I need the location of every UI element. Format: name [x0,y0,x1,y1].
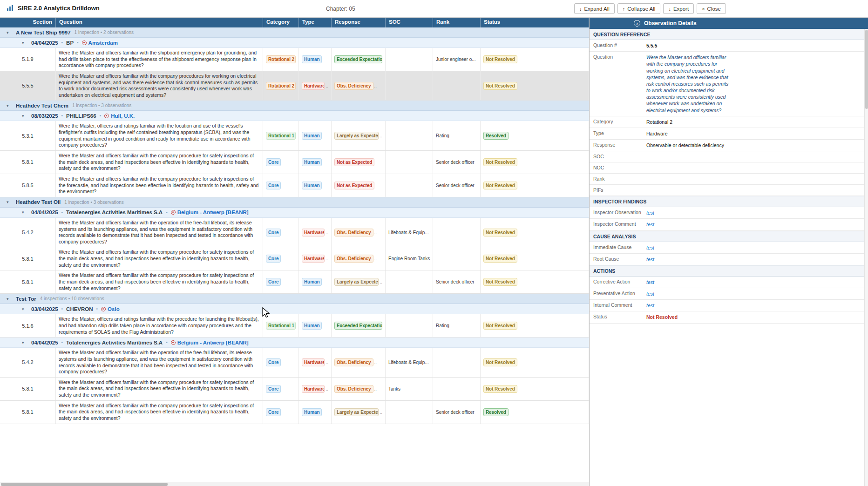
observation-row[interactable]: 5.8.1Were the Master and officers famili… [0,378,589,401]
expand-all-button[interactable]: ↓Expand All [574,3,615,14]
column-header-type[interactable]: Type [299,18,332,27]
panel-scrollbar[interactable] [864,29,868,486]
truncation-dots: .. [326,386,328,392]
collapse-caret-icon[interactable]: ▾ [22,40,27,45]
collapse-caret-icon[interactable]: ▾ [7,200,12,204]
collapse-caret-icon[interactable]: ▾ [22,114,27,118]
category-badge: Core [266,408,281,416]
question-cell: Were the Master and officers familiar wi… [56,270,263,293]
field-value-type: Hardware [646,128,730,139]
port-link[interactable]: Oslo [108,306,120,312]
field-value-preventative-action[interactable]: test [646,288,730,299]
inspection-date: 03/04/2025 [31,306,58,312]
collapse-caret-icon[interactable]: ▾ [22,340,27,345]
inspection-row[interactable]: ▾04/04/2025•Totalenergies Activities Mar… [0,338,589,348]
inspection-row[interactable]: ▾08/03/2025•PHILLIPS66•Hull, U.K. [0,111,589,121]
observation-row[interactable]: 5.8.1Were the Master and officers famili… [0,151,589,174]
status-cell: Not Resolved [481,378,589,400]
port-link[interactable]: Hull, U.K. [111,113,135,119]
observation-row[interactable]: 5.1.6Were the Master, officers and ratin… [0,314,589,338]
column-header-status[interactable]: Status [481,18,589,27]
observation-row[interactable]: 5.1.9Were the Master and officers famili… [0,48,589,71]
inspection-row[interactable]: ▾03/04/2025•CHEVRON•Oslo [0,304,589,314]
column-header-response[interactable]: Response [332,18,386,27]
ship-group-row[interactable]: ▾Test Tor4 inspections • 10 observations [0,294,589,304]
field-value-internal-comment[interactable]: test [646,300,730,311]
separator-dot: • [61,210,63,215]
ship-group-row[interactable]: ▾A New Test Ship 99971 inspection • 2 ob… [0,27,589,38]
close-button[interactable]: ×Close [697,3,726,14]
export-button[interactable]: ↓Export [663,3,694,14]
panel-body: QUESTION REFERENCEQuestion #5.5.5Questio… [590,29,868,324]
column-header-rank[interactable]: Rank [433,18,481,27]
truncation-dots: .. [374,359,377,365]
question-cell: Were the Master, officers and ratings fa… [56,121,263,150]
category-badge: Rotational 1 [266,322,296,330]
observation-row[interactable]: 5.8.1Were the Master and officers famili… [0,247,589,270]
inspection-row[interactable]: ▾04/04/2025•Totalenergies Activities Mar… [0,208,589,218]
inspection-row[interactable]: ▾04/04/2025•BP•Amsterdam [0,38,589,48]
observation-row[interactable]: 5.4.2Were the Master and officers famili… [0,218,589,248]
truncation-dots: .. [326,359,328,365]
field-value-inspector-comment[interactable]: test [646,219,730,230]
rank-cell: Senior deck officer [433,174,481,197]
field-row-rank: Rank [590,174,868,185]
collapse-caret-icon[interactable]: ▾ [7,297,12,301]
column-header-question[interactable]: Question [56,18,263,27]
truncation-dots: .. [374,256,377,262]
field-value-pifs [646,185,730,196]
category-cell: Core [263,348,299,377]
field-value-corrective-action[interactable]: test [646,277,730,288]
type-badge: Hardware [302,385,325,393]
top-toolbar: SIRE 2.0 Analytics Drilldown Chapter: 05… [0,0,868,18]
observation-row[interactable]: 5.8.1Were the Master and officers famili… [0,401,589,424]
truncation-dots: .. [380,409,382,415]
response-cell: Exceeded Expectations [332,48,386,71]
collapse-all-button[interactable]: ↑Collapse All [617,3,661,14]
response-badge: Obs. Deficiency [334,358,373,366]
observation-row[interactable]: 5.8.5Were the Master and officers famili… [0,174,589,197]
response-cell: Obs. Deficiency.. [332,378,386,400]
section-cell: 5.8.5 [0,174,56,197]
response-badge: Largely as Expected [334,278,379,286]
field-value-root-cause[interactable]: test [646,254,730,265]
observation-row[interactable]: 5.5.5Were the Master and officers famili… [0,71,589,101]
info-icon [634,20,640,27]
column-header-soc[interactable]: SOC [386,18,433,27]
column-header-section[interactable]: Section [0,18,56,27]
field-row-noc: NOC [590,162,868,174]
field-label: Question [590,52,646,116]
observation-row[interactable]: 5.8.1Were the Master and officers famili… [0,270,589,294]
separator-dot: • [96,306,98,311]
port-link[interactable]: Belgium - Antwerp [BEANR] [177,209,249,215]
category-badge: Core [266,278,281,286]
port-link[interactable]: Belgium - Antwerp [BEANR] [177,340,249,345]
horizontal-scrollbar[interactable] [0,482,589,486]
collapse-caret-icon[interactable]: ▾ [22,210,27,215]
column-header-category[interactable]: Category [263,18,299,27]
collapse-caret-icon[interactable]: ▾ [7,30,12,35]
soc-cell [386,174,433,197]
collapse-caret-icon[interactable]: ▾ [7,103,12,108]
collapse-caret-icon[interactable]: ▾ [22,307,27,311]
port-link[interactable]: Amsterdam [88,40,118,46]
ship-group-row[interactable]: ▾Heathdev Test Chem1 inspection • 3 obse… [0,101,589,111]
table-body: ▾A New Test Ship 99971 inspection • 2 ob… [0,27,589,424]
location-pin-icon [171,210,176,215]
operator-name: BP [66,40,74,46]
field-row-inspector-observation: Inspector Observationtest [590,207,868,219]
observation-row[interactable]: 5.3.1Were the Master, officers and ratin… [0,121,589,151]
observation-row[interactable]: 5.4.2Were the Master and officers famili… [0,348,589,378]
panel-scrollbar-thumb[interactable] [865,30,868,109]
section-cell: 5.8.1 [0,378,56,400]
field-value-immediate-cause[interactable]: test [646,242,730,253]
type-badge: Human [302,158,322,166]
type-cell: Human [299,174,332,197]
truncation-dots: .. [374,386,377,392]
horizontal-scrollbar-thumb[interactable] [1,483,168,486]
section-cell: 5.5.5 [0,71,56,101]
ship-group-row[interactable]: ▾Heathdev Test Oil1 inspection • 3 obser… [0,197,589,208]
field-value-inspector-observation[interactable]: test [646,207,730,218]
response-badge: Obs. Deficiency [334,385,373,393]
field-value-category: Rotational 2 [646,116,730,128]
